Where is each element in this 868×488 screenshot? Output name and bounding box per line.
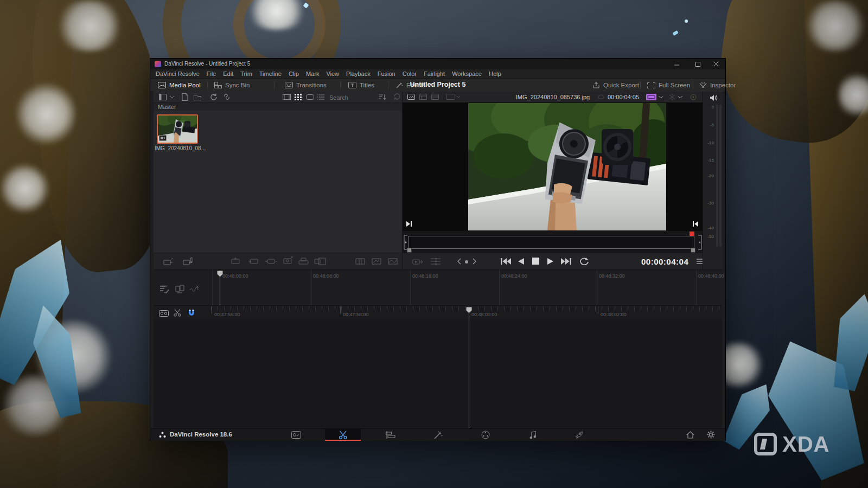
search-input[interactable]: [328, 93, 377, 102]
snapping-toggle[interactable]: [187, 308, 196, 317]
play-reverse-button[interactable]: [518, 258, 525, 265]
page-cut[interactable]: [332, 429, 354, 441]
viewer-media-mode-icon[interactable]: [407, 94, 415, 100]
import-media-icon[interactable]: [182, 93, 188, 101]
viewer-canvas[interactable]: [403, 102, 703, 231]
resolution-badge[interactable]: [646, 94, 656, 100]
viewer-source-tape-icon[interactable]: [419, 94, 427, 100]
view-filmstrip-icon[interactable]: [283, 94, 291, 100]
viewer-timeline-mode-icon[interactable]: [431, 94, 439, 100]
menu-clip[interactable]: Clip: [289, 70, 299, 77]
audio-trim-icon[interactable]: [189, 285, 199, 293]
window-titlebar[interactable]: DaVinci Resolve - Untitled Project 5: [150, 59, 725, 69]
sync-clips-icon[interactable]: [175, 285, 184, 293]
menu-file[interactable]: File: [207, 70, 216, 77]
bin-label-row[interactable]: Master: [154, 103, 402, 111]
settings-gear-icon[interactable]: [707, 431, 715, 439]
inspector-button[interactable]: Inspector: [699, 79, 736, 92]
transitions-button[interactable]: Transitions: [285, 79, 327, 92]
close-up-icon[interactable]: [283, 256, 293, 266]
menu-color[interactable]: Color: [403, 70, 417, 77]
menu-trim[interactable]: Trim: [240, 70, 252, 77]
scrubber-track[interactable]: [408, 236, 694, 249]
scrubber-right-bracket[interactable]: [698, 235, 702, 250]
transform-chevron-icon[interactable]: [678, 96, 682, 99]
overview-playhead-line[interactable]: [220, 271, 220, 306]
page-color[interactable]: [475, 429, 496, 441]
page-fairlight[interactable]: [522, 429, 544, 441]
transition-dissolve-icon[interactable]: [372, 258, 381, 265]
place-on-top-icon[interactable]: [298, 258, 309, 265]
viewer-scrubber[interactable]: [403, 231, 703, 253]
jog-reverse-icon[interactable]: [457, 258, 462, 265]
play-button[interactable]: [547, 258, 554, 265]
view-card-icon[interactable]: [306, 94, 314, 100]
split-clip-scissors-icon[interactable]: [174, 309, 182, 317]
media-clip-thumbnail[interactable]: [157, 114, 198, 144]
loop-button[interactable]: [579, 257, 589, 266]
menu-playback[interactable]: Playback: [346, 70, 371, 77]
timeline-overview[interactable]: 00:48:00:00 00:48:08:00 00:48:16:00 00:4…: [154, 269, 722, 306]
smart-insert-icon[interactable]: [231, 258, 241, 265]
timeline-ruler[interactable]: 00:47:56:00 00:47:58:00 00:48:00:00 00:4…: [154, 305, 722, 319]
source-tape-icon[interactable]: [159, 309, 169, 317]
viewer-transform-icon[interactable]: [668, 94, 676, 100]
last-frame-button[interactable]: [561, 258, 572, 265]
scrubber-handle-right[interactable]: [691, 248, 695, 253]
insert-clip-icon[interactable]: [163, 258, 173, 266]
new-bin-icon[interactable]: [194, 94, 201, 100]
jog-forward-icon[interactable]: [472, 258, 477, 265]
transition-smooth-icon[interactable]: [388, 258, 398, 265]
view-grid-icon[interactable]: [295, 94, 302, 100]
append-clip-icon[interactable]: [248, 258, 259, 265]
timeline-options-icon[interactable]: [160, 285, 170, 293]
out-point-flag-icon[interactable]: [692, 221, 699, 227]
menu-timeline[interactable]: Timeline: [259, 70, 282, 77]
sort-icon[interactable]: [379, 94, 386, 100]
page-deliver[interactable]: [568, 429, 590, 441]
bin-list-chevron-icon[interactable]: [170, 96, 174, 99]
speaker-icon[interactable]: [710, 94, 718, 101]
scrubber-handle-left[interactable]: [407, 248, 412, 253]
full-screen-button[interactable]: Full Screen: [647, 79, 690, 92]
project-home-icon[interactable]: [686, 431, 694, 439]
menu-fusion[interactable]: Fusion: [378, 70, 395, 77]
relink-icon[interactable]: [223, 93, 231, 100]
resolution-chevron-icon[interactable]: [659, 96, 663, 99]
menu-edit[interactable]: Edit: [223, 70, 233, 77]
view-list-icon[interactable]: [317, 94, 324, 100]
menu-view[interactable]: View: [326, 70, 339, 77]
page-fusion[interactable]: [427, 429, 449, 441]
transition-cut-icon[interactable]: [355, 258, 365, 265]
menu-workspace[interactable]: Workspace: [452, 70, 482, 77]
menu-davinci-resolve[interactable]: DaVinci Resolve: [156, 70, 200, 77]
stop-button[interactable]: [532, 258, 539, 265]
jog-dot-icon[interactable]: [465, 260, 468, 264]
in-point-flag-icon[interactable]: [406, 221, 412, 227]
refresh-sync-icon[interactable]: [210, 93, 217, 100]
timeline-playhead-line[interactable]: [469, 312, 469, 428]
menu-help[interactable]: Help: [489, 70, 501, 77]
page-media[interactable]: [285, 429, 307, 441]
menu-mark[interactable]: Mark: [306, 70, 319, 77]
timeline-track-area[interactable]: [154, 319, 722, 428]
minimize-button[interactable]: [668, 59, 686, 69]
first-frame-button[interactable]: [500, 258, 511, 265]
bin-list-toggle-icon[interactable]: [159, 94, 167, 100]
refresh-bin-icon[interactable]: [394, 93, 401, 100]
source-overwrite-icon[interactable]: [314, 258, 326, 265]
page-edit[interactable]: [380, 429, 401, 441]
menu-fairlight[interactable]: Fairlight: [424, 70, 445, 77]
ripple-overwrite-icon[interactable]: [265, 258, 277, 265]
play-around-icon[interactable]: [412, 258, 423, 266]
viewer-tool-dropdown[interactable]: [446, 94, 460, 100]
close-button[interactable]: [707, 59, 725, 69]
insert-audio-icon[interactable]: [183, 257, 193, 266]
titles-button[interactable]: Titles: [348, 79, 374, 92]
quick-export-button[interactable]: Quick Export: [592, 79, 639, 92]
playback-options-icon[interactable]: [431, 258, 441, 265]
maximize-button[interactable]: [688, 59, 707, 69]
sync-bin-button[interactable]: Sync Bin: [214, 79, 250, 92]
media-pool-toggle[interactable]: Media Pool: [158, 79, 201, 92]
media-pool-content[interactable]: IMG_20240810_08...: [154, 111, 402, 253]
